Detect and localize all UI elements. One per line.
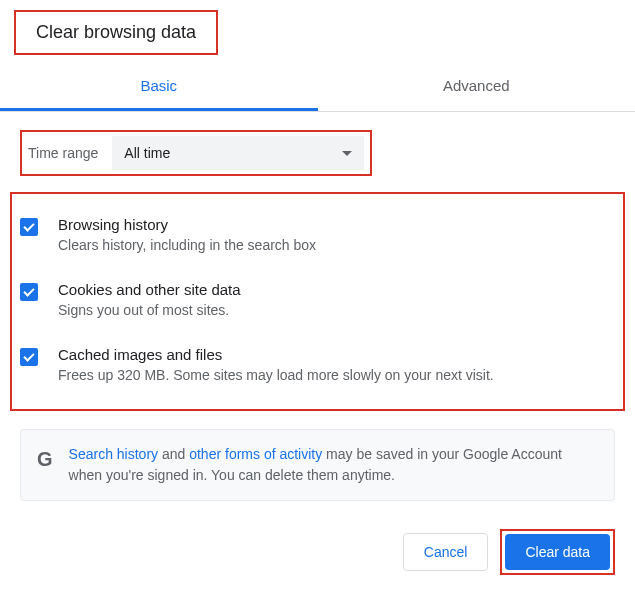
- tab-basic[interactable]: Basic: [0, 63, 318, 111]
- checkmark-icon: [23, 350, 34, 361]
- option-title: Cached images and files: [58, 346, 617, 363]
- clear-browsing-data-dialog: Clear browsing data Basic Advanced Time …: [0, 0, 635, 593]
- dialog-buttons: Cancel Clear data: [403, 529, 615, 575]
- cancel-button[interactable]: Cancel: [403, 533, 489, 571]
- clear-button-highlight: Clear data: [500, 529, 615, 575]
- option-title: Cookies and other site data: [58, 281, 617, 298]
- google-logo-icon: G: [37, 448, 53, 471]
- checkbox-browsing-history[interactable]: [20, 218, 38, 236]
- checkbox-cookies[interactable]: [20, 283, 38, 301]
- options-list: Browsing history Clears history, includi…: [10, 192, 625, 411]
- option-desc: Frees up 320 MB. Some sites may load mor…: [58, 367, 617, 383]
- time-range-row: Time range All time: [20, 130, 372, 176]
- option-title: Browsing history: [58, 216, 617, 233]
- link-search-history[interactable]: Search history: [69, 446, 158, 462]
- chevron-down-icon: [342, 151, 352, 156]
- option-cached: Cached images and files Frees up 320 MB.…: [18, 332, 617, 397]
- dialog-title: Clear browsing data: [14, 10, 218, 55]
- checkmark-icon: [23, 285, 34, 296]
- info-box: G Search history and other forms of acti…: [20, 429, 615, 501]
- checkmark-icon: [23, 220, 34, 231]
- option-browsing-history: Browsing history Clears history, includi…: [18, 202, 617, 267]
- checkbox-cached[interactable]: [20, 348, 38, 366]
- time-range-label: Time range: [28, 145, 98, 161]
- option-cookies: Cookies and other site data Signs you ou…: [18, 267, 617, 332]
- tab-advanced[interactable]: Advanced: [318, 63, 636, 111]
- time-range-select[interactable]: All time: [112, 136, 364, 170]
- clear-data-button[interactable]: Clear data: [505, 534, 610, 570]
- info-text: Search history and other forms of activi…: [69, 444, 598, 486]
- time-range-value: All time: [124, 145, 170, 161]
- tabs: Basic Advanced: [0, 63, 635, 112]
- option-desc: Signs you out of most sites.: [58, 302, 617, 318]
- link-other-activity[interactable]: other forms of activity: [189, 446, 322, 462]
- option-desc: Clears history, including in the search …: [58, 237, 617, 253]
